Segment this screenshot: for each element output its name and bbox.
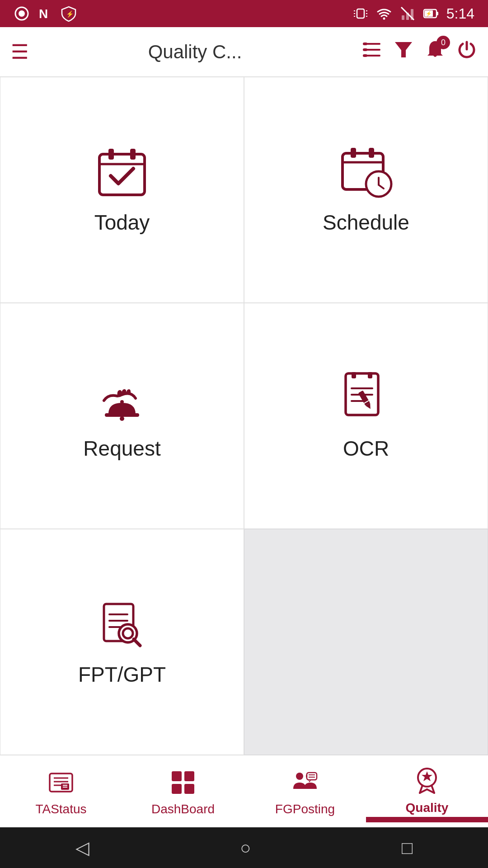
tastatus-nav-label: TAStatus: [35, 802, 86, 816]
empty-tile: [244, 529, 488, 755]
menu-icon[interactable]: ☰: [11, 42, 28, 62]
calendar-clock-icon: [339, 145, 393, 199]
back-button[interactable]: ◁: [75, 837, 89, 858]
shield-icon: ⚡: [61, 5, 77, 22]
filter-icon[interactable]: [393, 39, 414, 64]
svg-rect-42: [352, 372, 356, 378]
toolbar: ☰ Quality C... 0: [0, 27, 488, 77]
ta-status-icon: [45, 767, 77, 798]
svg-line-56: [134, 639, 140, 646]
bell-badge: 0: [436, 36, 450, 49]
svg-rect-33: [351, 148, 356, 158]
svg-rect-64: [172, 771, 182, 781]
dashboard-nav-label: DashBoard: [151, 802, 215, 816]
svg-rect-17: [436, 12, 438, 15]
status-bar-right: ⚡ 5:14: [352, 5, 474, 22]
svg-rect-34: [369, 148, 374, 158]
request-label: Request: [83, 436, 160, 461]
status-time: 5:14: [446, 5, 474, 22]
fgposting-nav-label: FGPosting: [275, 802, 335, 816]
ocr-tile[interactable]: OCR: [244, 303, 488, 529]
document-edit-icon: [339, 371, 393, 425]
svg-point-11: [383, 18, 385, 20]
ocr-label: OCR: [343, 436, 389, 461]
schedule-tile[interactable]: Schedule: [244, 77, 488, 303]
vibrate-icon: [352, 5, 369, 22]
n-icon: N: [37, 5, 53, 22]
calendar-check-icon: [95, 145, 149, 199]
svg-point-39: [120, 416, 124, 421]
nav-item-dashboard[interactable]: DashBoard: [122, 762, 244, 821]
svg-text:⚡: ⚡: [66, 10, 74, 18]
bell-service-icon: [95, 371, 149, 425]
schedule-label: Schedule: [323, 210, 409, 235]
svg-rect-70: [307, 773, 317, 780]
fg-posting-icon: [289, 767, 321, 798]
nav-item-tastatus[interactable]: TAStatus: [0, 762, 122, 821]
svg-rect-65: [184, 771, 194, 781]
nav-item-fgposting[interactable]: FGPosting: [244, 762, 366, 821]
svg-text:⚡: ⚡: [426, 10, 432, 17]
wifi-icon: [376, 5, 392, 22]
status-bar: N ⚡: [0, 0, 488, 27]
fpt-gpt-tile[interactable]: FPT/GPT: [0, 529, 244, 755]
circle-icon: [14, 5, 30, 22]
svg-rect-27: [99, 154, 145, 195]
list-icon[interactable]: [361, 39, 382, 64]
nav-item-quality[interactable]: Quality: [366, 761, 488, 822]
recent-button[interactable]: □: [402, 838, 413, 858]
quality-nav-label: Quality: [406, 801, 449, 815]
request-tile[interactable]: Request: [0, 303, 244, 529]
svg-rect-66: [172, 784, 182, 794]
battery-icon: ⚡: [423, 5, 439, 22]
power-icon[interactable]: [456, 39, 477, 64]
svg-rect-13: [402, 15, 404, 20]
home-button[interactable]: ○: [240, 838, 251, 858]
svg-point-68: [296, 773, 303, 780]
search-document-icon: [95, 597, 149, 651]
svg-rect-38: [105, 413, 139, 417]
svg-marker-26: [395, 42, 412, 57]
svg-marker-73: [309, 780, 311, 782]
svg-point-1: [19, 10, 25, 17]
today-label: Today: [94, 210, 150, 235]
svg-marker-75: [422, 771, 432, 781]
status-bar-left: N ⚡: [14, 5, 77, 22]
svg-rect-29: [108, 149, 114, 160]
fpt-gpt-label: FPT/GPT: [78, 662, 166, 687]
svg-rect-4: [357, 9, 364, 18]
quality-icon: [411, 765, 443, 797]
bell-icon[interactable]: 0: [425, 39, 446, 64]
svg-rect-30: [130, 149, 136, 160]
svg-rect-43: [368, 372, 372, 378]
toolbar-actions: 0: [361, 39, 477, 64]
svg-point-40: [120, 400, 124, 404]
bottom-nav: TAStatus DashBoard: [0, 755, 488, 827]
today-tile[interactable]: Today: [0, 77, 244, 303]
svg-rect-67: [184, 784, 194, 794]
dashboard-icon: [167, 767, 199, 798]
system-nav-bar: ◁ ○ □: [0, 827, 488, 868]
svg-text:N: N: [39, 7, 48, 21]
toolbar-title: Quality C...: [38, 41, 352, 63]
main-grid: Today Schedule Requ: [0, 77, 488, 755]
svg-rect-15: [411, 9, 413, 20]
svg-rect-14: [406, 13, 409, 20]
signal-icon: [399, 5, 416, 22]
